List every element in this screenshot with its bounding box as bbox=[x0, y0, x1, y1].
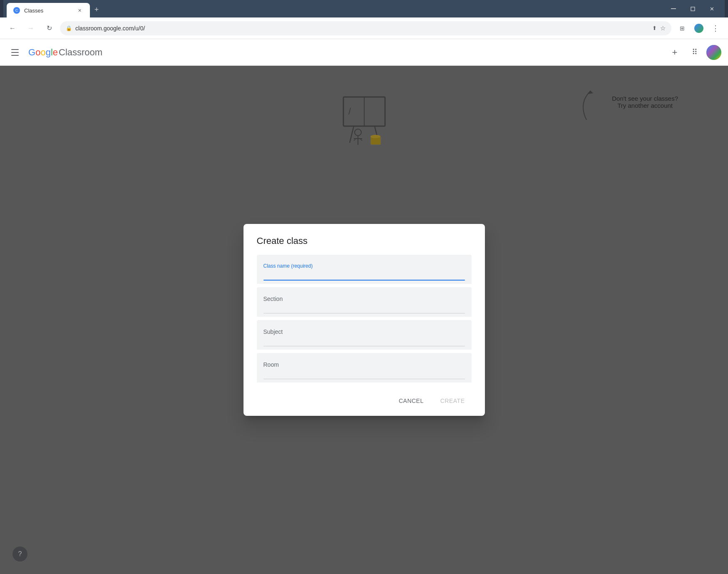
svg-rect-0 bbox=[671, 8, 676, 9]
close-button[interactable]: ✕ bbox=[702, 2, 721, 15]
app-header: Google Classroom + ⠿ bbox=[0, 39, 728, 66]
title-bar: C Classes ✕ + ✕ bbox=[0, 0, 728, 17]
room-label: Room bbox=[263, 361, 465, 368]
section-underline bbox=[263, 313, 465, 313]
share-icon: ⬆ bbox=[652, 25, 657, 31]
class-name-input[interactable] bbox=[263, 271, 465, 278]
class-name-label: Class name (required) bbox=[263, 263, 465, 269]
tab-favicon: C bbox=[13, 7, 20, 14]
class-name-field: Class name (required) bbox=[257, 255, 472, 284]
back-button[interactable]: ← bbox=[5, 21, 20, 36]
app-logo: Google Classroom bbox=[28, 47, 102, 58]
create-button[interactable]: Create bbox=[434, 394, 472, 408]
create-class-modal: Create class Class name (required) Secti… bbox=[243, 224, 485, 416]
address-bar[interactable]: 🔒 classroom.google.com/u/0/ ⬆ ☆ bbox=[60, 21, 671, 35]
google-apps-button[interactable]: ⠿ bbox=[686, 44, 703, 61]
extensions-icon[interactable]: ⊞ bbox=[675, 21, 690, 36]
active-tab[interactable]: C Classes ✕ bbox=[7, 3, 90, 18]
modal-overlay: Create class Class name (required) Secti… bbox=[0, 66, 728, 574]
section-label: Section bbox=[263, 296, 465, 302]
cancel-button[interactable]: Cancel bbox=[392, 394, 430, 408]
section-input[interactable] bbox=[263, 304, 465, 311]
modal-title: Create class bbox=[257, 236, 472, 246]
modal-actions: Cancel Create bbox=[257, 391, 472, 408]
navigation-bar: ← → ↻ 🔒 classroom.google.com/u/0/ ⬆ ☆ ⊞ … bbox=[0, 17, 728, 39]
minimize-button[interactable] bbox=[664, 2, 683, 15]
lock-icon: 🔒 bbox=[66, 25, 72, 31]
logo-classroom-text: Classroom bbox=[59, 47, 102, 58]
more-options-button[interactable]: ⋮ bbox=[708, 21, 723, 36]
class-name-underline bbox=[263, 280, 465, 281]
tab-title: Classes bbox=[24, 7, 43, 14]
subject-field: Subject bbox=[257, 320, 472, 350]
hamburger-menu[interactable] bbox=[7, 44, 23, 61]
subject-input[interactable] bbox=[263, 337, 465, 344]
subject-underline bbox=[263, 346, 465, 346]
add-class-button[interactable]: + bbox=[666, 44, 683, 61]
bookmark-icon[interactable]: ☆ bbox=[660, 25, 666, 32]
profile-icon[interactable] bbox=[691, 21, 706, 36]
new-tab-button[interactable]: + bbox=[90, 3, 103, 16]
url-text: classroom.google.com/u/0/ bbox=[75, 25, 649, 32]
page-content: / bbox=[0, 66, 728, 574]
tab-close-button[interactable]: ✕ bbox=[76, 7, 83, 14]
restore-button[interactable] bbox=[683, 2, 702, 15]
svg-rect-1 bbox=[691, 7, 695, 11]
room-field: Room bbox=[257, 353, 472, 383]
subject-label: Subject bbox=[263, 328, 465, 335]
user-avatar[interactable] bbox=[706, 45, 721, 60]
room-underline bbox=[263, 379, 465, 379]
browser-frame: C Classes ✕ + ✕ ← → ↻ bbox=[0, 0, 728, 574]
room-input[interactable] bbox=[263, 370, 465, 377]
section-field: Section bbox=[257, 287, 472, 317]
forward-button[interactable]: → bbox=[23, 21, 38, 36]
refresh-button[interactable]: ↻ bbox=[42, 21, 57, 36]
